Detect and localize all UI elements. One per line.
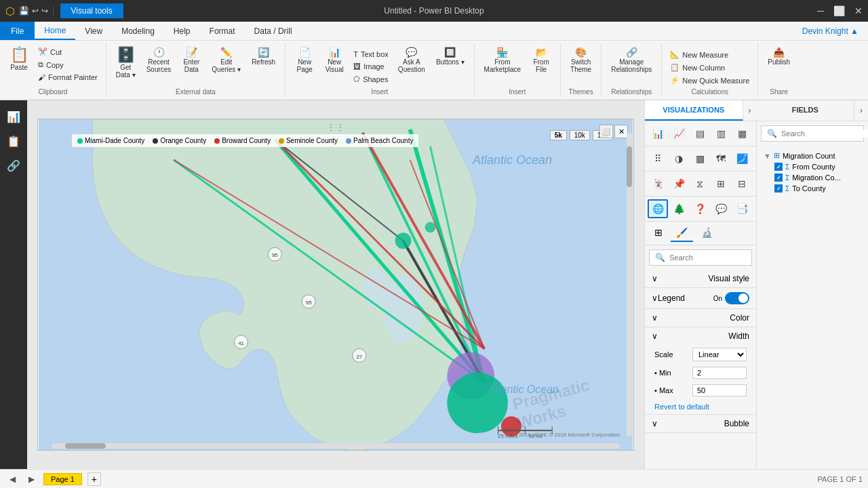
viz-qna[interactable]: ❓ bbox=[690, 199, 710, 218]
buttons-button[interactable]: 🔲 Buttons ▾ bbox=[432, 46, 469, 67]
switch-theme-button[interactable]: 🎨 SwitchTheme bbox=[566, 46, 595, 75]
next-page-btn[interactable]: ▶ bbox=[24, 472, 38, 486]
new-measure-button[interactable]: 📐 New Measure bbox=[667, 49, 752, 60]
bubble-header[interactable]: ∨ Bubble bbox=[645, 415, 756, 432]
migration-count-checkbox[interactable]: ✓ bbox=[774, 174, 783, 182]
viz-table[interactable]: ⊞ bbox=[711, 174, 731, 193]
copy-button[interactable]: ⧉ Copy bbox=[35, 59, 100, 70]
undo-btn[interactable]: ↩ bbox=[32, 6, 39, 16]
close-btn[interactable]: ✕ bbox=[854, 5, 863, 16]
map-scrollbar-vertical[interactable] bbox=[627, 133, 632, 436]
add-page-btn[interactable]: + bbox=[87, 472, 101, 486]
viz-100-bar[interactable]: ▦ bbox=[732, 124, 752, 143]
legend-toggle[interactable] bbox=[725, 292, 749, 304]
map-scrollbar-h-thumb[interactable] bbox=[65, 443, 106, 449]
viz-map[interactable]: 🗺 bbox=[711, 149, 731, 168]
tab-modeling[interactable]: Modeling bbox=[112, 22, 164, 40]
format-painter-button[interactable]: 🖌 Format Painter bbox=[35, 72, 100, 83]
tab-help[interactable]: Help bbox=[164, 22, 200, 40]
map-scrollbar-horizontal[interactable] bbox=[52, 443, 620, 449]
viz-stacked-bar[interactable]: ▤ bbox=[690, 124, 710, 143]
color-header[interactable]: ∨ Color bbox=[645, 309, 756, 327]
new-column-button[interactable]: 📋 New Column bbox=[667, 62, 752, 73]
viz-matrix[interactable]: ⊟ bbox=[732, 174, 752, 193]
max-input[interactable] bbox=[692, 384, 747, 396]
viz-slicer[interactable]: ⧖ bbox=[690, 174, 710, 193]
migration-count-field[interactable]: ✓ Σ Migration Co... bbox=[761, 172, 864, 183]
map-close-btn[interactable]: ✕ bbox=[614, 125, 628, 138]
fields-search-input[interactable] bbox=[781, 129, 868, 138]
tab-file[interactable]: File bbox=[0, 22, 35, 40]
maximize-btn[interactable]: ⬜ bbox=[833, 5, 845, 16]
revert-link[interactable]: Revert to default bbox=[654, 403, 709, 411]
format-search-input[interactable] bbox=[669, 253, 757, 262]
new-visual-button[interactable]: 📊 NewVisual bbox=[321, 46, 348, 75]
new-page-button[interactable]: 📄 NewPage bbox=[291, 46, 318, 75]
map-maximize-btn[interactable]: ⬜ bbox=[599, 125, 613, 138]
from-county-checkbox[interactable]: ✓ bbox=[774, 163, 783, 171]
viz-stacked-col[interactable]: ▥ bbox=[711, 124, 731, 143]
tab-view[interactable]: View bbox=[75, 22, 112, 40]
sidebar-model-icon[interactable]: 🔗 bbox=[3, 155, 24, 176]
legend-header[interactable]: ∨ Legend On bbox=[645, 288, 756, 308]
fields-panel-expand[interactable]: › bbox=[854, 100, 868, 121]
width-header[interactable]: ∨ Width bbox=[645, 327, 756, 345]
from-file-button[interactable]: 📂 FromFile bbox=[528, 46, 555, 75]
to-county-checkbox[interactable]: ✓ bbox=[774, 184, 783, 192]
page-1-btn[interactable]: Page 1 bbox=[43, 473, 82, 485]
map-frame[interactable]: 95 27 95 41 25 miles 50 mi Miami-Da bbox=[37, 119, 634, 451]
ask-question-button[interactable]: 💬 Ask AQuestion bbox=[394, 46, 429, 75]
viz-column-chart[interactable]: 📈 bbox=[669, 124, 689, 143]
viz-panel-expand[interactable]: › bbox=[743, 100, 757, 121]
viz-decomp-tree[interactable]: 🌲 bbox=[669, 199, 689, 218]
image-button[interactable]: 🖼 Image bbox=[351, 61, 391, 72]
map-drag-handle[interactable]: ⋮⋮ bbox=[326, 122, 345, 133]
tab-home[interactable]: Home bbox=[35, 22, 75, 40]
scale-select[interactable]: Linear Square root Log bbox=[692, 348, 747, 361]
tab-format[interactable]: Format bbox=[200, 22, 245, 40]
visual-style-header[interactable]: ∨ Visual style bbox=[645, 270, 756, 287]
viz-smart-narrative[interactable]: 💬 bbox=[711, 199, 731, 218]
manage-relationships-button[interactable]: 🔗 ManageRelationships bbox=[607, 46, 656, 75]
viz-filled-map[interactable]: 🗾 bbox=[732, 149, 752, 168]
enter-data-button[interactable]: 📝 EnterData bbox=[178, 46, 205, 75]
viz-pie[interactable]: ◑ bbox=[669, 149, 689, 168]
sidebar-data-icon[interactable]: 📋 bbox=[3, 130, 24, 152]
viz-card[interactable]: 🃏 bbox=[648, 174, 668, 193]
viz-paginated[interactable]: 📑 bbox=[732, 199, 752, 218]
from-marketplace-button[interactable]: 🏪 FromMarketplace bbox=[480, 46, 525, 75]
map-scrollbar-v-thumb[interactable] bbox=[627, 146, 632, 187]
fields-search[interactable]: 🔍 bbox=[761, 125, 864, 142]
to-county-field[interactable]: ✓ Σ To County bbox=[761, 183, 864, 194]
migration-count-table[interactable]: ▼ ⊞ Migration Count bbox=[761, 150, 864, 161]
fields-format-tab[interactable]: ⊞ bbox=[649, 224, 668, 242]
sidebar-report-icon[interactable]: 📊 bbox=[3, 106, 24, 127]
min-input[interactable] bbox=[692, 367, 747, 379]
scale-5k-btn[interactable]: 5k bbox=[550, 130, 567, 140]
refresh-button[interactable]: 🔄 Refresh bbox=[248, 46, 279, 67]
viz-bar-chart[interactable]: 📊 bbox=[648, 124, 668, 143]
from-county-field[interactable]: ✓ Σ From County bbox=[761, 161, 864, 172]
format-paintbrush-tab[interactable]: 🖌️ bbox=[671, 224, 693, 242]
visualizations-tab[interactable]: VISUALIZATIONS bbox=[645, 100, 743, 121]
prev-page-btn[interactable]: ◀ bbox=[5, 472, 19, 486]
viz-arc-map[interactable]: 🌐 bbox=[648, 199, 668, 218]
tab-data-drill[interactable]: Data / Drill bbox=[245, 22, 302, 40]
save-btn[interactable]: 💾 bbox=[19, 6, 29, 16]
format-search-box[interactable]: 🔍 bbox=[649, 249, 752, 266]
visual-tools-tab[interactable]: Visual tools bbox=[60, 3, 123, 18]
minimize-btn[interactable]: ─ bbox=[817, 5, 824, 16]
analytics-tab[interactable]: 🔬 bbox=[696, 224, 718, 242]
publish-button[interactable]: 📤 Publish bbox=[764, 46, 794, 67]
redo-btn[interactable]: ↪ bbox=[41, 6, 48, 16]
get-data-button[interactable]: 🗄️ GetData ▾ bbox=[112, 46, 140, 80]
viz-treemap[interactable]: ▩ bbox=[690, 149, 710, 168]
paste-button[interactable]: 📋 Paste bbox=[5, 46, 33, 73]
shapes-button[interactable]: ⬠ Shapes bbox=[351, 73, 391, 85]
viz-scatter[interactable]: ⠿ bbox=[648, 149, 668, 168]
viz-kpi[interactable]: 📌 bbox=[669, 174, 689, 193]
new-quick-measure-button[interactable]: ⚡ New Quick Measure bbox=[667, 75, 752, 86]
scale-10k-btn[interactable]: 10k bbox=[570, 130, 590, 140]
user-menu[interactable]: Devin Knight ▲ bbox=[793, 22, 868, 40]
cut-button[interactable]: ✂️ Cut bbox=[35, 46, 100, 58]
